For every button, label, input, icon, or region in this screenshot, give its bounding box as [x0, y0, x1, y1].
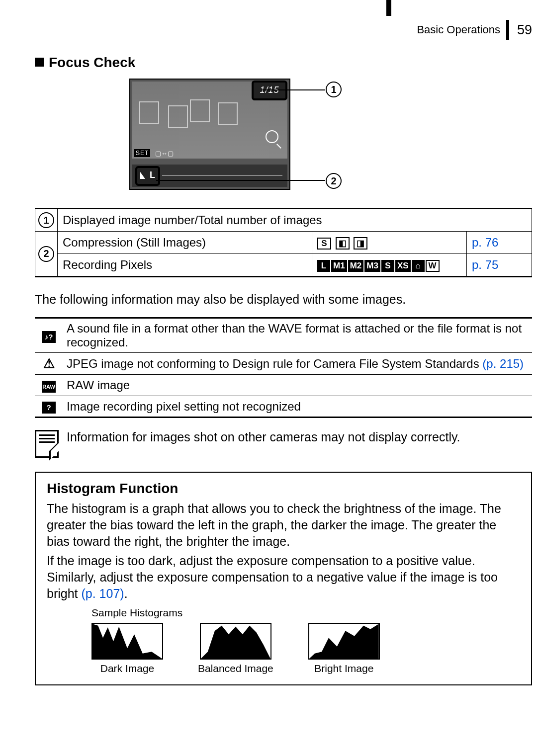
callout-line	[156, 180, 325, 181]
unknown-desc: Image recording pixel setting not recogn…	[63, 396, 532, 418]
sample-bright-label: Bright Image	[314, 663, 373, 674]
histogram-samples: Dark Image Balanced Image Bright Image	[91, 623, 520, 674]
raw-desc: RAW image	[63, 375, 532, 396]
image-counter: 1/15	[252, 81, 287, 100]
histogram-title: Histogram Function	[47, 481, 520, 497]
callout-1-marker: 1	[326, 82, 342, 97]
histogram-box: Histogram Function The histogram is a gr…	[35, 472, 532, 685]
additional-info-table: ♪? A sound file in a format other than t…	[35, 317, 532, 418]
superfine-icon: S	[317, 238, 331, 250]
size-m1-icon: M1	[331, 260, 347, 272]
size-wide-icon: W	[426, 260, 440, 272]
set-label: SET	[134, 149, 150, 157]
compression-page-ref[interactable]: p. 76	[467, 232, 532, 254]
balanced-histogram-shape	[201, 624, 270, 659]
pixels-page-ref[interactable]: p. 75	[467, 254, 532, 277]
lcd-info-line	[162, 175, 282, 176]
focus-frame	[139, 101, 159, 124]
histogram-p2-suffix: .	[124, 587, 128, 600]
section-name: Basic Operations	[417, 23, 500, 36]
page-top-marker	[386, 0, 391, 16]
lcd-illustration: 1/15 SET ▢↔▢ 1 2	[129, 79, 438, 198]
histogram-p2: If the image is too dark, adjust the exp…	[47, 553, 520, 602]
camera-note-text: Information for images shot on other cam…	[67, 430, 460, 444]
sample-dark-label: Dark Image	[100, 663, 155, 674]
callout-1-num: 1	[326, 82, 342, 97]
sample-balanced: Balanced Image	[198, 623, 273, 674]
size-postcard-icon: ⌂	[412, 260, 425, 272]
size-s-icon: S	[381, 260, 394, 272]
additional-info-intro: The following information may also be di…	[35, 291, 532, 307]
camera-note: Information for images shot on other cam…	[35, 430, 532, 458]
magnifier-icon	[266, 130, 278, 143]
size-m2-icon: M2	[348, 260, 364, 272]
raw-icon: RAW	[42, 381, 56, 393]
set-resize-icon: ▢↔▢	[155, 150, 174, 157]
sound-unknown-icon: ♪?	[42, 331, 56, 343]
legend-1-desc: Displayed image number/Total number of i…	[58, 209, 532, 232]
dark-histogram-shape	[92, 624, 162, 659]
size-m3-icon: M3	[364, 260, 380, 272]
note-icon	[35, 430, 59, 458]
jpeg-page-ref[interactable]: (p. 215)	[482, 357, 524, 370]
callout-2-num: 2	[326, 173, 342, 189]
pixels-label: Recording Pixels	[58, 254, 312, 277]
callout-2-marker: 2	[326, 173, 342, 189]
fine-icon: ◧	[336, 237, 350, 250]
lcd-screen: 1/15 SET ▢↔▢	[129, 79, 290, 190]
focus-check-heading: Focus Check	[35, 55, 532, 71]
warning-icon: ⚠	[43, 356, 55, 371]
sound-desc: A sound file in a format other than the …	[63, 318, 532, 353]
sample-balanced-label: Balanced Image	[198, 663, 273, 674]
histogram-page-ref[interactable]: (p. 107)	[81, 587, 124, 600]
callout-legend-table: 1 Displayed image number/Total number of…	[35, 208, 532, 277]
sample-dark: Dark Image	[91, 623, 163, 674]
focus-frame	[168, 105, 188, 128]
header-divider	[506, 20, 509, 40]
sample-bright: Bright Image	[308, 623, 380, 674]
focus-check-title: Focus Check	[49, 55, 135, 70]
compression-icons: S ◧ ◨	[312, 232, 467, 254]
legend-num-2: 2	[38, 246, 54, 262]
legend-num-1: 1	[38, 212, 54, 228]
focus-frame	[218, 102, 238, 125]
bullet-square-icon	[35, 58, 44, 67]
normal-icon: ◨	[354, 237, 367, 250]
page-header: Basic Operations 59	[35, 20, 532, 40]
pixels-icons: LM1M2M3SXS⌂W	[312, 254, 467, 277]
jpeg-desc-text: JPEG image not conforming to Design rule…	[67, 357, 482, 370]
callout-line	[262, 89, 325, 90]
size-xs-icon: XS	[395, 260, 411, 272]
compression-label: Compression (Still Images)	[58, 232, 312, 254]
jpeg-desc: JPEG image not conforming to Design rule…	[63, 353, 532, 375]
size-l-icon: L	[317, 260, 330, 272]
unknown-pixels-icon: ?	[42, 402, 56, 414]
quality-indicator	[135, 166, 160, 186]
bright-histogram-shape	[309, 624, 379, 659]
samples-title: Sample Histograms	[91, 607, 520, 619]
page-number: 59	[517, 22, 532, 38]
histogram-p1: The histogram is a graph that allows you…	[47, 501, 520, 550]
focus-frame	[190, 99, 210, 122]
